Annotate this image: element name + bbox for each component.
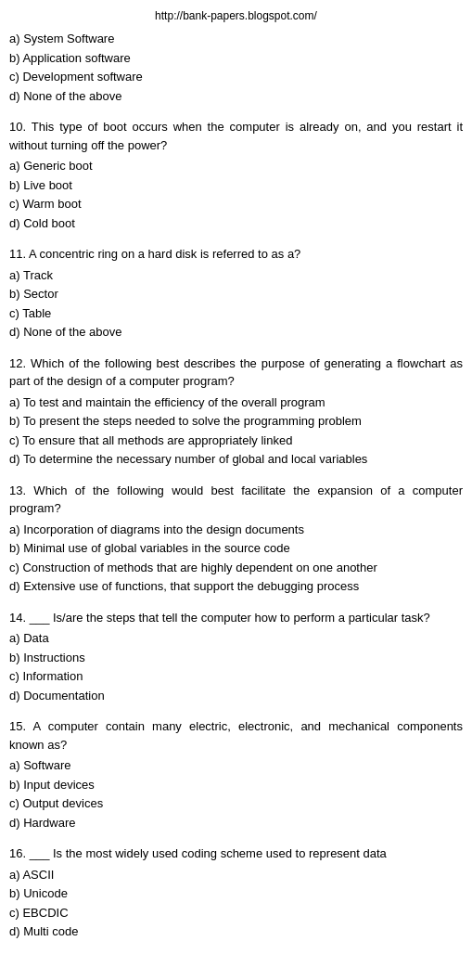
answer-option: d) Documentation bbox=[9, 687, 463, 705]
answer-option: a) Generic boot bbox=[9, 157, 463, 175]
question-text: 10. This type of boot occurs when the co… bbox=[9, 118, 463, 154]
answer-option: b) Sector bbox=[9, 285, 463, 303]
answer-option: d) To determine the necessary number of … bbox=[9, 450, 463, 469]
question-block: 10. This type of boot occurs when the co… bbox=[9, 118, 463, 232]
answer-option: c) Development software bbox=[9, 68, 463, 86]
answer-option: d) Cold boot bbox=[9, 214, 463, 233]
answer-option: a) Track bbox=[9, 266, 463, 285]
question-text: 11. A concentric ring on a hard disk is … bbox=[9, 245, 463, 264]
answer-option: b) Input devices bbox=[9, 776, 463, 794]
answer-option: a) Incorporation of diagrams into the de… bbox=[9, 521, 463, 539]
answer-option: b) Application software bbox=[9, 49, 463, 68]
answer-option: a) System Software bbox=[9, 30, 463, 48]
question-block: a) System Softwareb) Application softwar… bbox=[9, 30, 463, 105]
question-block: 11. A concentric ring on a hard disk is … bbox=[9, 245, 463, 342]
answer-option: d) Multi code bbox=[9, 922, 463, 941]
url-bar: http://bank-papers.blogspot.com/ bbox=[9, 7, 463, 24]
answer-option: c) Output devices bbox=[9, 794, 463, 813]
answer-option: b) To present the steps needed to solve … bbox=[9, 412, 463, 431]
answer-option: b) Instructions bbox=[9, 649, 463, 667]
answer-option: d) Hardware bbox=[9, 814, 463, 832]
question-text: 13. Which of the following would best fa… bbox=[9, 482, 463, 518]
question-text: 14. ___ Is/are the steps that tell the c… bbox=[9, 609, 463, 627]
questions-container: a) System Softwareb) Application softwar… bbox=[9, 30, 463, 941]
question-block: 16. ___ Is the most widely used coding s… bbox=[9, 845, 463, 941]
answer-option: c) EBCDIC bbox=[9, 904, 463, 922]
answer-option: b) Minimal use of global variables in th… bbox=[9, 539, 463, 558]
question-block: 12. Which of the following best describe… bbox=[9, 355, 463, 469]
answer-option: d) Extensive use of functions, that supp… bbox=[9, 577, 463, 596]
answer-option: c) To ensure that all methods are approp… bbox=[9, 432, 463, 450]
answer-option: a) To test and maintain the efficiency o… bbox=[9, 393, 463, 412]
question-block: 14. ___ Is/are the steps that tell the c… bbox=[9, 609, 463, 705]
question-text: 15. A computer contain many electric, el… bbox=[9, 717, 463, 754]
answer-option: b) Unicode bbox=[9, 884, 463, 903]
answer-option: c) Warm boot bbox=[9, 195, 463, 213]
answer-option: d) None of the above bbox=[9, 87, 463, 106]
answer-option: b) Live boot bbox=[9, 176, 463, 195]
question-text: 12. Which of the following best describe… bbox=[9, 355, 463, 391]
question-block: 13. Which of the following would best fa… bbox=[9, 482, 463, 596]
question-text: 16. ___ Is the most widely used coding s… bbox=[9, 845, 463, 863]
answer-option: a) Data bbox=[9, 629, 463, 648]
answer-option: d) None of the above bbox=[9, 323, 463, 342]
answer-option: a) ASCII bbox=[9, 866, 463, 884]
question-block: 15. A computer contain many electric, el… bbox=[9, 717, 463, 832]
answer-option: c) Construction of methods that are high… bbox=[9, 559, 463, 577]
answer-option: c) Information bbox=[9, 667, 463, 686]
answer-option: c) Table bbox=[9, 304, 463, 323]
answer-option: a) Software bbox=[9, 756, 463, 775]
